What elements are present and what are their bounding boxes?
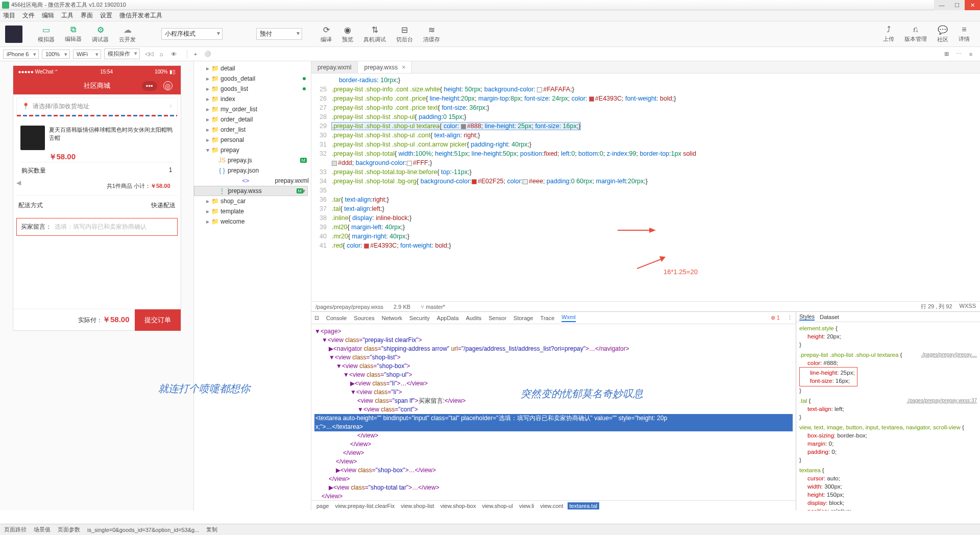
qty-value: 1 [169,166,173,175]
more-icon[interactable]: ⋯ [953,49,964,59]
home-icon[interactable]: ⌂ [156,49,167,59]
tree-node-prepay[interactable]: ▾📁prepay [194,145,311,155]
product-price: ￥58.00 [49,152,174,162]
split-icon[interactable]: ⊞ [941,49,952,59]
window-titlebar: 456社区电商 - 微信开发者工具 v1.02 1902010 — ☐ ✕ [0,0,980,10]
wxml-tree[interactable]: ▼<page> ▼<view class="prepay-list clearF… [311,324,796,500]
devtab[interactable]: Audits [466,315,482,321]
close-icon[interactable]: × [402,64,405,71]
eye-icon[interactable]: 👁 [168,49,179,59]
tree-node-welcome[interactable]: ▸📁welcome [194,216,311,227]
back-icon[interactable]: ◁◁ [143,49,155,59]
menubar: 项目 文件 编辑 工具 界面 设置 微信开发者工具 [0,10,980,21]
product-title: 夏天百搭韩版情侣棒球帽黑色时尚女休闲太阳帽鸭舌帽 [49,126,174,150]
styles-content[interactable]: element.style {height: 20px;} ./pages/pr… [796,322,980,510]
devtab[interactable]: Network [382,315,402,321]
tree-node-personal[interactable]: ▸📁personal [194,135,311,145]
editor-statusbar: /pages/prepay/prepay.wxss 2.9 KB ⑂ maste… [311,301,980,311]
mock-select[interactable]: 模拟操作 [104,48,140,59]
background-button[interactable]: ⊟切后台 [396,25,413,43]
tree-node-prepay.wxml[interactable]: <>prepay.wxml [194,176,311,186]
tab-prepay-wxml[interactable]: prepay.wxml [311,61,358,73]
cloud-button[interactable]: ☁云开发 [119,25,136,43]
menu-item[interactable]: 设置 [100,11,112,20]
mode-select[interactable]: 小程序模式 [161,28,223,40]
avatar[interactable] [5,26,22,43]
page-path-label[interactable]: 页面路径 [4,526,27,533]
add-file-icon[interactable]: + [190,49,201,59]
menu-item[interactable]: 编辑 [42,11,54,20]
menu-item[interactable]: 文件 [22,11,35,20]
devtab[interactable]: Trace [541,315,555,321]
simulator-button[interactable]: ▭模拟器 [38,25,55,43]
detail-button[interactable]: ≡详情 [959,25,970,43]
file-path: /pages/prepay/prepay.wxss [315,304,383,310]
clear-cache-button[interactable]: ≋清缓存 [423,25,440,43]
search-icon[interactable]: ⚪ [202,49,213,59]
compile-select[interactable]: 预付 [256,28,302,40]
app-icon [2,2,9,9]
product-image [20,126,45,150]
menu-dots-icon[interactable]: ••• [142,81,157,91]
tree-node-order_list[interactable]: ▸📁order_list [194,125,311,135]
total-label: 实际付： [78,317,103,324]
devtab[interactable]: Storage [513,315,533,321]
page-header: 社区商城 ••• ◎ [13,77,181,94]
debugger-button[interactable]: ⚙调试器 [92,25,109,43]
zoom-select[interactable]: 100% [42,50,70,59]
menu-item[interactable]: 微信开发者工具 [119,11,162,20]
network-select[interactable]: WiFi [73,50,101,59]
params-label: 页面参数 [58,526,80,533]
menu-item[interactable]: 界面 [81,11,93,20]
tree-node-goods_detail[interactable]: ▸📁goods_detail [194,74,311,84]
scene-label[interactable]: 场景值 [34,526,51,533]
editor-button[interactable]: ⧉编辑器 [65,25,82,43]
devtools-more-icon[interactable]: ⋮ [787,314,793,321]
devtools-panel: ⊡ Console Sources Network Security AppDa… [311,311,980,510]
version-button[interactable]: ⎌版本管理 [904,25,927,43]
tree-node-template[interactable]: ▸📁template [194,206,311,216]
tree-node-detail[interactable]: ▸📁detail [194,63,311,74]
window-close[interactable]: ✕ [965,0,980,10]
device-select[interactable]: iPhone 6 [3,50,39,59]
devtab[interactable]: AppData [437,315,459,321]
tab-prepay-wxss[interactable]: prepay.wxss× [358,61,412,73]
settings-icon[interactable]: ≡ [965,49,976,59]
preview-button[interactable]: ◉预览 [342,25,353,43]
devtab[interactable]: Sensor [488,315,506,321]
file-size: 2.9 KB [394,304,410,310]
tree-node-shop_car[interactable]: ▸📁shop_car [194,196,311,206]
tree-node-prepay.js[interactable]: JSprepay.jsM [194,155,311,165]
shipping-label: 配送方式 [18,201,43,210]
target-icon[interactable]: ◎ [163,81,173,90]
window-maximize[interactable]: ☐ [949,0,965,10]
devtab[interactable]: Sources [354,315,374,321]
menu-item[interactable]: 工具 [61,11,74,20]
tree-node-order_detail[interactable]: ▸📁order_detail [194,114,311,125]
total-price: ￥58.00 [103,315,130,324]
devtab[interactable]: Security [409,315,430,321]
window-title: 456社区电商 - 微信开发者工具 v1.02 1902010 [11,1,126,9]
upload-button[interactable]: ⤴上传 [883,25,894,43]
compile-button[interactable]: ⟳编译 [321,25,332,43]
tree-node-prepay.wxss[interactable]: ⋮⋮prepay.wxssM [194,186,308,196]
submit-button[interactable]: 提交订单 [135,309,181,331]
address-picker[interactable]: 📍请选择/添加收货地址 › [16,98,178,115]
window-minimize[interactable]: — [934,0,949,10]
tab-dataset[interactable]: Dataset [820,314,839,320]
community-button[interactable]: 💬社区 [937,25,948,43]
code-editor[interactable]: border-radius: 10rpx;} 25.prepay-list .s… [311,74,980,301]
tree-node-goods_list[interactable]: ▸📁goods_list [194,84,311,94]
inspect-icon[interactable]: ⊡ [314,314,319,321]
message-box[interactable]: 买家留言： 选填：填写内容已和卖家协商确认 [16,218,178,236]
remote-debug-button[interactable]: ⇅真机调试 [363,25,386,43]
breadcrumb[interactable]: pageview.prepay-list.clearFixview.shop-l… [311,500,796,510]
devtab[interactable]: Console [326,315,347,321]
copy-button[interactable]: 复制 [206,526,217,533]
menu-item[interactable]: 项目 [3,11,15,20]
tree-node-index[interactable]: ▸📁index [194,94,311,104]
tab-styles[interactable]: Styles [799,313,815,321]
devtab-wxml[interactable]: Wxml [561,314,576,322]
tree-node-my_order_list[interactable]: ▸📁my_order_list [194,104,311,114]
status-bar: ●●●●● WeChat⌃ 15:54 100%▮▯ [13,66,181,77]
